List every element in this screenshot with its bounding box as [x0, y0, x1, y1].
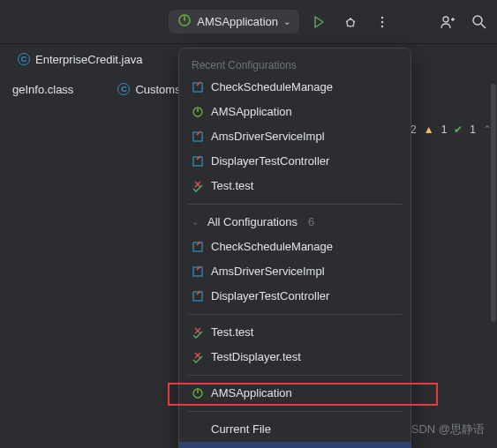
all-config-item[interactable]: DisplayerTestController	[179, 284, 410, 309]
item-label: TestDisplayer.test	[211, 348, 301, 366]
recent-config-item[interactable]: DisplayerTestController	[179, 149, 410, 174]
all-config-item[interactable]: AmsDriverServiceImpl	[179, 259, 410, 284]
recent-config-item[interactable]: AmsDriverServiceImpl	[179, 124, 410, 149]
test-icon	[192, 326, 204, 339]
item-label: Test.test	[211, 324, 253, 341]
java-class-icon: C	[18, 53, 30, 65]
search-button[interactable]	[467, 10, 492, 34]
all-config-item[interactable]: CheckScheduleManage	[179, 235, 410, 259]
config-icon	[192, 131, 204, 143]
java-class-icon: C	[117, 83, 130, 95]
divider	[188, 375, 402, 376]
all-config-header[interactable]: ⌄ All Configurations 6	[179, 210, 410, 235]
debug-button[interactable]	[338, 10, 363, 34]
item-label: AmsDriverServiceImpl	[211, 263, 325, 280]
divider	[188, 411, 402, 412]
all-count: 6	[308, 213, 314, 231]
chevron-down-icon: ⌄	[283, 17, 290, 26]
warning-count: 1	[441, 123, 448, 136]
run-button[interactable]	[306, 10, 331, 34]
recent-config-item[interactable]: CheckScheduleManage	[179, 75, 410, 100]
config-icon	[192, 241, 204, 253]
tab-label: EnterpriseCredit.java	[35, 53, 142, 66]
warning-icon: ▲	[424, 123, 434, 136]
item-label: DisplayerTestController	[211, 153, 329, 170]
spring-boot-icon	[177, 13, 192, 30]
item-label: Current File	[211, 421, 271, 438]
spring-boot-icon	[192, 387, 204, 399]
svg-point-4	[381, 25, 383, 26]
more-actions-button[interactable]	[370, 10, 395, 34]
run-config-dropdown: Recent Configurations CheckScheduleManag…	[178, 48, 411, 448]
check-icon: ✔	[454, 123, 463, 136]
recent-config-item[interactable]: Test.test	[179, 174, 410, 198]
watermark: CSDN @思静语	[403, 422, 485, 437]
recent-config-item[interactable]: AMSApplication	[179, 100, 410, 124]
svg-point-5	[443, 17, 448, 22]
error-count: 2	[410, 123, 417, 136]
tab-enterprise-credit[interactable]: C EnterpriseCredit.java	[7, 48, 153, 71]
all-config-item[interactable]: AMSApplication	[179, 381, 410, 406]
item-label: AMSApplication	[211, 385, 292, 402]
test-icon	[192, 180, 204, 192]
item-label: DisplayerTestController	[211, 287, 329, 305]
item-label: Test.test	[211, 177, 253, 195]
item-label: CheckScheduleManage	[211, 238, 333, 256]
chevron-down-icon: ⌄	[192, 213, 199, 231]
tab-label: geInfo.class	[12, 83, 73, 96]
config-icon	[192, 290, 204, 302]
main-toolbar: AMSApplication ⌄	[0, 0, 497, 44]
current-file-item[interactable]: Current File	[179, 417, 410, 442]
recent-header: Recent Configurations	[179, 54, 410, 75]
all-header-label: All Configurations	[207, 213, 297, 231]
svg-point-2	[381, 16, 383, 18]
all-config-item[interactable]: Test.test	[179, 320, 410, 345]
item-label: CheckScheduleManage	[211, 78, 333, 96]
divider	[188, 314, 402, 315]
edit-configurations-item[interactable]: Edit Configurations…	[179, 442, 410, 448]
ok-count: 1	[470, 123, 476, 136]
spacer	[192, 423, 204, 436]
config-icon	[192, 265, 204, 278]
test-icon	[192, 351, 204, 363]
inspection-status[interactable]: 2 ▲1 ✔1 ⌃	[410, 123, 492, 136]
item-label: AmsDriverServiceImpl	[211, 128, 325, 146]
svg-point-6	[473, 16, 482, 25]
add-user-button[interactable]	[435, 10, 460, 34]
all-config-item[interactable]: TestDisplayer.test	[179, 345, 410, 370]
config-icon	[192, 155, 204, 168]
run-config-selector[interactable]: AMSApplication ⌄	[169, 10, 299, 34]
tab-geinfo[interactable]: geInfo.class	[0, 78, 86, 101]
vertical-scrollbar[interactable]	[491, 84, 496, 322]
config-icon	[192, 81, 204, 93]
divider	[188, 204, 402, 205]
item-label: AMSApplication	[211, 103, 292, 121]
tab-label: Customs	[135, 83, 180, 96]
run-config-label: AMSApplication	[197, 15, 278, 28]
svg-point-3	[381, 20, 383, 22]
spring-boot-icon	[192, 106, 204, 118]
